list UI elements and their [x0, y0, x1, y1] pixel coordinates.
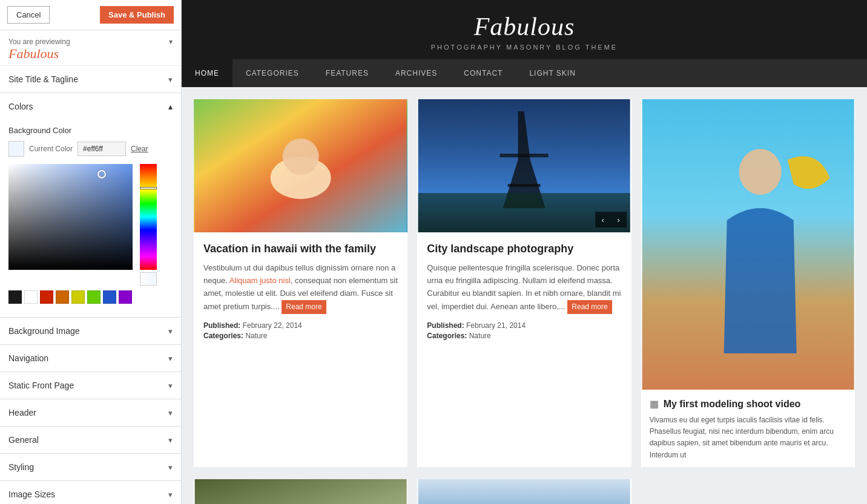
site-title: Fabulous — [182, 12, 867, 41]
background-color-label: Background Color — [8, 126, 173, 135]
static-front-page-label: Static Front Page — [8, 381, 74, 390]
chevron-right-icon-nav: ▾ — [168, 354, 173, 363]
chevron-right-icon-sty: ▾ — [168, 463, 173, 472]
card2-slider-controls: ‹ › — [595, 212, 627, 227]
general-section: General ▾ — [0, 427, 181, 454]
swatch-blue[interactable] — [103, 290, 116, 304]
color-picker[interactable] — [8, 164, 173, 304]
card1-categories: Categories: Nature — [203, 332, 398, 340]
general-header[interactable]: General ▾ — [0, 427, 181, 453]
nav-item-home[interactable]: HOME — [182, 59, 232, 87]
background-image-label: Background Image — [8, 326, 80, 336]
color-gradient-box[interactable] — [8, 164, 133, 270]
chevron-right-icon-hdr: ▾ — [168, 408, 173, 417]
nav-item-archives[interactable]: ARCHIVES — [382, 59, 450, 87]
styling-section: Styling ▾ — [0, 454, 181, 481]
blog-card-3: ▦ My first modeling shoot video Vivamus … — [641, 99, 855, 467]
swatch-black[interactable] — [8, 290, 22, 304]
chevron-down-icon: ▾ — [169, 38, 173, 46]
color-input-row: Current Color Clear — [8, 141, 173, 157]
published-label2: Published: — [427, 321, 464, 330]
swatch-orange[interactable] — [56, 290, 69, 304]
card1-category: Nature — [245, 332, 267, 340]
background-image-header[interactable]: Background Image ▾ — [0, 318, 181, 344]
card2-excerpt: Quisque pellentesque fringilla scelerisq… — [427, 262, 621, 314]
card2-title: City landscape photography — [427, 242, 621, 256]
hue-slider-container — [140, 164, 157, 286]
navigation-label: Navigation — [8, 353, 48, 363]
general-label: General — [8, 435, 39, 445]
chevron-right-icon-sfp: ▾ — [168, 381, 173, 390]
color-swatch-preview[interactable] — [8, 141, 24, 157]
card1-meta: Published: February 22, 2014 Categories:… — [203, 321, 398, 340]
svg-rect-6 — [508, 184, 541, 187]
cancel-button[interactable]: Cancel — [7, 6, 50, 24]
swatch-white[interactable] — [24, 290, 38, 304]
nav-item-categories[interactable]: CATEGORIES — [232, 59, 312, 87]
site-header: Fabulous PHOTOGRAPHY MASONRY BLOG THEME — [182, 0, 867, 59]
preview-label-row: You are previewing ▾ — [8, 38, 173, 46]
chevron-right-icon: ▾ — [168, 75, 173, 84]
svg-rect-10 — [195, 479, 407, 504]
background-image-section: Background Image ▾ — [0, 318, 181, 345]
navigation-header[interactable]: Navigation ▾ — [0, 345, 181, 371]
site-title-label: Site Title & Tagline — [8, 74, 78, 84]
swatch-red[interactable] — [40, 290, 53, 304]
video-icon: ▦ — [650, 398, 659, 410]
blog-grid: Vacation in hawaii with the family Vesti… — [182, 87, 867, 479]
published-label: Published: — [203, 321, 240, 330]
card2-next-button[interactable]: › — [611, 212, 627, 227]
hex-color-input[interactable] — [77, 142, 126, 156]
bottom-card-1 — [194, 479, 407, 504]
hue-slider[interactable] — [140, 164, 157, 270]
card2-date: February 21, 2014 — [466, 321, 526, 330]
site-title-header[interactable]: Site Title & Tagline ▾ — [0, 66, 181, 93]
categories-label1: Categories: — [203, 332, 243, 340]
card1-read-more[interactable]: Read more — [282, 300, 326, 314]
nav-item-light-skin[interactable]: LIGHT SKIN — [516, 59, 588, 87]
card2-prev-button[interactable]: ‹ — [595, 212, 611, 227]
card1-date: February 22, 2014 — [243, 321, 302, 330]
styling-header[interactable]: Styling ▾ — [0, 454, 181, 480]
site-navigation: HOME CATEGORIES FEATURES ARCHIVES CONTAC… — [182, 59, 867, 87]
card2-read-more[interactable]: Read more — [567, 300, 612, 314]
chevron-right-icon-gen: ▾ — [168, 436, 173, 445]
svg-point-2 — [283, 139, 319, 175]
colors-label: Colors — [8, 102, 33, 111]
card1-body: Vacation in hawaii with the family Vesti… — [194, 232, 407, 349]
chevron-up-icon: ▴ — [168, 102, 173, 111]
bottom-cards-row — [182, 479, 867, 504]
image-sizes-section: Image Sizes ▾ — [0, 481, 181, 504]
card1-image — [194, 99, 407, 232]
card2-image-wrapper: ‹ › — [417, 99, 631, 232]
site-preview: Fabulous PHOTOGRAPHY MASONRY BLOG THEME … — [182, 0, 867, 504]
card2-published: Published: February 21, 2014 — [427, 321, 621, 330]
color-picker-handle — [97, 170, 106, 178]
clear-color-button[interactable]: Clear — [131, 145, 148, 153]
card3-title: My first modeling shoot video — [664, 399, 801, 410]
nav-item-contact[interactable]: CONTACT — [450, 59, 516, 87]
static-front-page-header[interactable]: Static Front Page ▾ — [0, 372, 181, 399]
bottom-card-2 — [417, 479, 631, 504]
customizer-panel: Cancel Save & Publish You are previewing… — [0, 0, 182, 504]
card2-categories: Categories: Nature — [427, 332, 621, 340]
categories-label2: Categories: — [427, 332, 467, 340]
nav-item-features[interactable]: FEATURES — [312, 59, 382, 87]
svg-point-9 — [739, 149, 781, 195]
card2-category: Nature — [469, 332, 491, 340]
header-section-header[interactable]: Header ▾ — [0, 399, 181, 426]
swatch-yellow[interactable] — [71, 290, 85, 304]
preview-section: You are previewing ▾ Fabulous — [0, 30, 181, 66]
opacity-slider[interactable] — [140, 272, 157, 286]
swatch-purple[interactable] — [119, 290, 132, 304]
svg-rect-11 — [418, 479, 630, 504]
image-sizes-header[interactable]: Image Sizes ▾ — [0, 481, 181, 504]
swatch-lime[interactable] — [87, 290, 101, 304]
colors-header[interactable]: Colors ▴ — [0, 93, 181, 120]
chevron-right-icon-img: ▾ — [168, 490, 173, 499]
save-publish-button[interactable]: Save & Publish — [100, 6, 174, 24]
svg-rect-5 — [500, 154, 549, 157]
navigation-section: Navigation ▾ — [0, 345, 181, 372]
colors-body: Background Color Current Color Clear — [0, 120, 181, 317]
card1-title: Vacation in hawaii with the family — [203, 242, 398, 256]
